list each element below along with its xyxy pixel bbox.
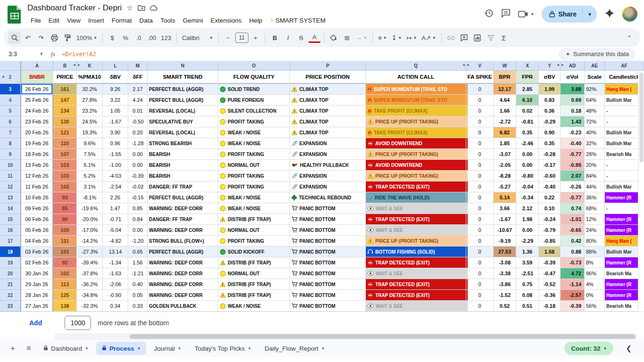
- gemini-sparkle-icon[interactable]: [604, 8, 615, 21]
- hidden-columns-right-arrow-icon[interactable]: ►: [467, 63, 470, 66]
- cell-X8[interactable]: -2.46: [516, 138, 539, 149]
- cell-W4[interactable]: 4.64: [494, 95, 516, 106]
- cell-O12[interactable]: PROFIT TAKING: [218, 181, 290, 192]
- cell-X20[interactable]: -2.51: [516, 268, 539, 279]
- cell-Y16[interactable]: -0.79: [539, 225, 561, 236]
- cell-L9[interactable]: -1.55: [103, 149, 128, 160]
- cell-M5[interactable]: 0.01: [128, 106, 148, 116]
- cell-B22[interactable]: 125: [53, 290, 77, 301]
- cell-L20[interactable]: -1.63: [103, 268, 128, 279]
- document-title[interactable]: Dashboard Tracker - Depri: [27, 3, 122, 13]
- menu-insert[interactable]: Insert: [85, 16, 107, 25]
- horizontal-scrollbar[interactable]: [54, 333, 637, 340]
- cell-M23[interactable]: 0.33: [128, 301, 148, 312]
- cell-Q13[interactable]: RIDE THE WAVE (HOLD): [366, 192, 466, 203]
- cell-L17[interactable]: -4.82: [103, 236, 128, 247]
- cell-X13[interactable]: -0.34: [516, 192, 539, 203]
- cell-Q6[interactable]: PRICE UP (PROFIT TAKING): [366, 116, 466, 127]
- column-header-W[interactable]: W: [494, 61, 516, 71]
- row-header-15[interactable]: 15: [0, 214, 21, 225]
- cell-Y23[interactable]: -0.18: [539, 301, 561, 312]
- all-sheets-icon[interactable]: ≡: [22, 344, 36, 353]
- cell-A21[interactable]: 29 Jan 26: [21, 279, 53, 290]
- cell-A14[interactable]: 09 Feb 26: [21, 203, 53, 214]
- cell-W17[interactable]: -9.19: [494, 236, 516, 247]
- cell-Y21[interactable]: -0.52: [539, 279, 561, 290]
- column-header-AE[interactable]: AE: [585, 61, 605, 71]
- cell-M16[interactable]: 0.00: [128, 225, 148, 236]
- cell-K11[interactable]: 5.2%: [77, 171, 103, 181]
- cell-W23[interactable]: 0.52: [494, 301, 516, 312]
- column-header-AF[interactable]: AF: [605, 61, 644, 71]
- cell-Y10[interactable]: -0.17: [539, 160, 561, 171]
- cell-Y17[interactable]: -0.85: [539, 236, 561, 247]
- header-cell--pma10[interactable]: %PMA10: [77, 71, 103, 84]
- cell-AE12[interactable]: 44%: [585, 181, 605, 192]
- cell-P14[interactable]: PANIC BOTTOM: [290, 203, 366, 214]
- cell-N17[interactable]: STRONG BULL (FLOW+): [148, 236, 218, 247]
- header-cell-smart-trend[interactable]: SMART TREND: [148, 71, 218, 84]
- cell-V10[interactable]: 0: [466, 160, 494, 171]
- cell-V4[interactable]: 0: [466, 95, 494, 106]
- insert-comment-icon[interactable]: [458, 32, 471, 44]
- cell-P9[interactable]: EXPANSION: [290, 149, 366, 160]
- cell-N14[interactable]: WARNING: DEEP CORR: [148, 203, 218, 214]
- column-header-L[interactable]: L: [103, 61, 128, 71]
- comments-icon[interactable]: [501, 8, 511, 20]
- cell-Q15[interactable]: TRAP DETECTED (EXIT): [366, 214, 466, 225]
- cell-X19[interactable]: 3.59: [516, 257, 539, 268]
- cell-P10[interactable]: HEALTHY PULLBACK: [290, 160, 366, 171]
- cell-N12[interactable]: DANGER: FF TRAP: [148, 181, 218, 192]
- bold-icon[interactable]: B: [269, 32, 281, 44]
- cell-N11[interactable]: BEARISH: [148, 171, 218, 181]
- cell-M22[interactable]: 0.05: [128, 290, 148, 301]
- cell-X3[interactable]: 2.85: [516, 84, 539, 95]
- paint-format-icon[interactable]: [61, 32, 74, 44]
- cell-V8[interactable]: 0: [466, 138, 494, 149]
- cell-B17[interactable]: 111: [53, 236, 77, 247]
- decrease-font-size-icon[interactable]: −: [222, 32, 234, 44]
- row-header-22[interactable]: 22: [0, 290, 21, 301]
- cell-W6[interactable]: -2.72: [494, 116, 516, 127]
- strikethrough-icon[interactable]: S: [295, 32, 307, 44]
- cell-P19[interactable]: PANIC BOTTOM: [290, 257, 366, 268]
- cell-B11[interactable]: 103: [53, 171, 77, 181]
- header-cell--ff[interactable]: δFF: [128, 71, 148, 84]
- cell-AD18[interactable]: 0.88: [561, 247, 585, 257]
- cell-X16[interactable]: 0.00: [516, 225, 539, 236]
- cell-L18[interactable]: 13.14: [103, 247, 128, 257]
- column-header-Y[interactable]: Y◄: [539, 61, 561, 71]
- menu-edit[interactable]: Edit: [45, 16, 63, 25]
- cell-AD11[interactable]: 2.07: [561, 171, 585, 181]
- cell-M21[interactable]: 0.40: [128, 279, 148, 290]
- cell-K13[interactable]: -8.1%: [77, 192, 103, 203]
- cell-Q19[interactable]: TRAP DETECTED (EXIT): [366, 257, 466, 268]
- cell-P20[interactable]: PANIC BOTTOM: [290, 268, 366, 279]
- cell-Q11[interactable]: PRICE UP (PROFIT TAKING): [366, 171, 466, 181]
- cell-AD16[interactable]: -0.65: [561, 225, 585, 236]
- cell-Q10[interactable]: AVOID DOWNTREND: [366, 160, 466, 171]
- cell-A6[interactable]: 23 Feb 26: [21, 116, 53, 127]
- cell-Q4[interactable]: SUPER MOMENTUM (TRAIL STO: [366, 95, 466, 106]
- cell-O13[interactable]: WEAK / NOISE: [218, 192, 290, 203]
- undo-icon[interactable]: ↶: [22, 32, 34, 44]
- cell-L11[interactable]: -4.03: [103, 171, 128, 181]
- cell-X18[interactable]: 1.36: [516, 247, 539, 257]
- cell-M3[interactable]: 2.17: [128, 84, 148, 95]
- cell-AE6[interactable]: 72%: [585, 116, 605, 127]
- cell-Y11[interactable]: -0.60: [539, 171, 561, 181]
- cell-K3[interactable]: 32.2%: [77, 84, 103, 95]
- cell-K12[interactable]: 3.1%: [77, 181, 103, 192]
- cell-L13[interactable]: 2.26: [103, 192, 128, 203]
- zoom-select[interactable]: 100% ▼: [74, 32, 99, 44]
- cell-W18[interactable]: 27.53: [494, 247, 516, 257]
- cell-W8[interactable]: 1.85: [494, 138, 516, 149]
- text-wrap-icon[interactable]: ↦ ▼: [405, 32, 419, 44]
- cell-Y12[interactable]: -0.40: [539, 181, 561, 192]
- cell-AD21[interactable]: -1.14: [561, 279, 585, 290]
- cell-Y18[interactable]: 1.58: [539, 247, 561, 257]
- row-header-11[interactable]: 11: [0, 171, 21, 181]
- row-header-17[interactable]: 17: [0, 236, 21, 247]
- cell-V13[interactable]: 0: [466, 192, 494, 203]
- cell-Y19[interactable]: -0.39: [539, 257, 561, 268]
